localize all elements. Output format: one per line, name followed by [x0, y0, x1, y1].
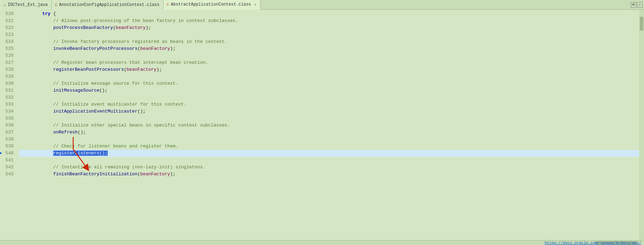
status-link[interactable]: https://docs.oracle.com/javase/8/docs/ap… — [545, 241, 641, 245]
tab-abstract-app-context[interactable]: C AbstractApplicationContext.class ✕ — [163, 0, 260, 10]
close-button[interactable]: ✕ — [637, 2, 643, 8]
code-content[interactable]: try { // Allows post-processing of the b… — [19, 10, 639, 240]
code-text: postProcessBeanFactory(beanFactory); — [21, 24, 151, 31]
ln-535: 535 — [0, 115, 16, 122]
code-text: // Register bean processors that interce… — [21, 59, 208, 66]
tab-annotation-config[interactable]: C AnnotationConfigApplicationContext.cla… — [52, 0, 163, 10]
scrollbar-thumb-v[interactable] — [640, 17, 643, 31]
code-text: try { — [21, 10, 56, 17]
code-line-522[interactable]: postProcessBeanFactory(beanFactory); — [19, 24, 639, 31]
code-line-535[interactable] — [19, 115, 639, 122]
code-text: finishBeanFactoryInitialization(beanFact… — [21, 171, 176, 178]
ln-526: 526 — [0, 52, 16, 59]
ln-521: 521 — [0, 17, 16, 24]
code-text: registerListeners(); — [21, 150, 108, 157]
code-text: initMessageSource(); — [21, 87, 108, 94]
line-numbers: 520 521 522 523 524 525 526 527 528 529 … — [0, 10, 19, 240]
ln-525: 525 — [0, 45, 16, 52]
ln-534: 534 — [0, 108, 16, 115]
ln-529: 529 — [0, 73, 16, 80]
tab-abstract-app-context-label: AbstractApplicationContext.class — [171, 2, 251, 7]
code-line-538[interactable] — [19, 136, 639, 143]
code-line-526[interactable] — [19, 52, 639, 59]
code-line-541[interactable] — [19, 157, 639, 164]
tab-annotation-config-label: AnnotationConfigApplicationContext.class — [59, 2, 159, 7]
code-line-537[interactable]: onRefresh(); — [19, 129, 639, 136]
tab-ioctest-label: IOCTest_Ext.java — [8, 2, 48, 7]
ln-527: 527 — [0, 59, 16, 66]
code-line-530[interactable]: // Initialize message source for this co… — [19, 80, 639, 87]
code-text: onRefresh(); — [21, 129, 86, 136]
code-line-529[interactable] — [19, 73, 639, 80]
ln-536: 536 — [0, 122, 16, 129]
ln-533: 533 — [0, 101, 16, 108]
horizontal-scrollbar[interactable]: https://docs.oracle.com/javase/8/docs/ap… — [0, 240, 644, 245]
code-line-525[interactable]: invokeBeanFactoryPostProcessors(beanFact… — [19, 45, 639, 52]
ln-524: 524 — [0, 38, 16, 45]
code-text: registerBeanPostProcessors(beanFactory); — [21, 66, 162, 73]
restore-button[interactable]: 🗗 — [631, 2, 636, 8]
editor-container: ☕ IOCTest_Ext.java C AnnotationConfigApp… — [0, 0, 644, 245]
class-file-icon-2: C — [167, 2, 169, 7]
code-line-524[interactable]: // Invoke factory processors registered … — [19, 38, 639, 45]
vertical-scrollbar[interactable] — [639, 10, 644, 240]
ln-528: 528 — [0, 66, 16, 73]
code-text: // Invoke factory processors registered … — [21, 38, 227, 45]
code-text: // Allows post-processing of the bean fa… — [21, 17, 238, 24]
ln-543: 543 — [0, 171, 16, 178]
scrollbar-h-left — [0, 240, 19, 245]
code-text: // Instantiate all remaining (non-lazy-i… — [21, 164, 206, 171]
code-line-531[interactable]: initMessageSource(); — [19, 87, 639, 94]
code-line-528[interactable]: registerBeanPostProcessors(beanFactory); — [19, 66, 639, 73]
ln-541: 541 — [0, 157, 16, 164]
code-text: initApplicationEventMulticaster(); — [21, 108, 146, 115]
code-text: // Initialize event multicaster for this… — [21, 101, 186, 108]
ln-523: 523 — [0, 31, 16, 38]
ln-531: 531 — [0, 87, 16, 94]
code-text: // Initialize message source for this co… — [21, 80, 178, 87]
code-line-543[interactable]: finishBeanFactoryInitialization(beanFact… — [19, 171, 639, 178]
code-text: invokeBeanFactoryPostProcessors(beanFact… — [21, 45, 176, 52]
code-area: 520 521 522 523 524 525 526 527 528 529 … — [0, 10, 644, 240]
scrollbar-h-track[interactable]: https://docs.oracle.com/javase/8/docs/ap… — [19, 240, 644, 245]
java-file-icon: ☕ — [3, 2, 6, 7]
code-line-533[interactable]: // Initialize event multicaster for this… — [19, 101, 639, 108]
window-controls: 🗗 ✕ — [631, 2, 644, 8]
ln-540: 540 — [0, 150, 16, 157]
ln-520: 520 — [0, 10, 16, 17]
code-line-520[interactable]: try { — [19, 10, 639, 17]
code-line-523[interactable] — [19, 31, 639, 38]
class-file-icon-1: C — [55, 3, 58, 7]
code-line-540[interactable]: registerListeners(); — [19, 150, 639, 157]
code-line-532[interactable] — [19, 94, 639, 101]
code-line-521[interactable]: // Allows post-processing of the bean fa… — [19, 17, 639, 24]
code-line-539[interactable]: // Check for listener beans and register… — [19, 143, 639, 150]
tab-close-button[interactable]: ✕ — [254, 2, 256, 7]
ln-539: 539 — [0, 143, 16, 150]
code-line-536[interactable]: // Initialize other special beans in spe… — [19, 122, 639, 129]
ln-522: 522 — [0, 24, 16, 31]
ln-530: 530 — [0, 80, 16, 87]
tab-bar: ☕ IOCTest_Ext.java C AnnotationConfigApp… — [0, 0, 644, 10]
code-text: // Initialize other special beans in spe… — [21, 122, 230, 129]
code-line-534[interactable]: initApplicationEventMulticaster(); — [19, 108, 639, 115]
code-line-542[interactable]: // Instantiate all remaining (non-lazy-i… — [19, 164, 639, 171]
code-line-527[interactable]: // Register bean processors that interce… — [19, 59, 639, 66]
code-text: // Check for listener beans and register… — [21, 143, 178, 150]
ln-532: 532 — [0, 94, 16, 101]
ln-542: 542 — [0, 164, 16, 171]
tab-ioctest[interactable]: ☕ IOCTest_Ext.java — [0, 0, 52, 10]
ln-538: 538 — [0, 136, 16, 143]
ln-537: 537 — [0, 129, 16, 136]
